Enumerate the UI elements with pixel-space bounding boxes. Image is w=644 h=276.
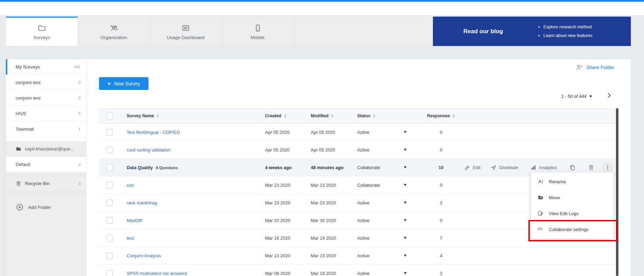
pagination-dropdown[interactable]: 1 - 50 of 444 [561,94,592,99]
row-checkbox[interactable] [106,252,113,259]
column-header-survey-name: Survey Name [127,113,154,118]
status-dropdown-caret[interactable] [404,149,407,151]
tab-label: Usage Dashboard [167,35,205,40]
menu-item-view-edit-logs[interactable]: View Edit Logs [531,205,613,221]
content-area: Share Folder + New Survey 1 - 50 of 444 … [87,59,631,276]
edit-button[interactable]: Edit [464,165,480,171]
plus-icon: + [107,81,111,87]
survey-name-link[interactable]: con [127,183,134,188]
sort-icon[interactable] [331,114,334,118]
menu-item-label: Rename [549,179,566,184]
status-dropdown-caret[interactable] [404,219,407,221]
survey-name-link[interactable]: rank /card/drag [127,200,157,205]
top-header-bar [0,2,644,15]
survey-name-link[interactable]: card sorting validation [127,147,170,153]
column-header-created: Created [265,113,281,118]
status-dropdown-caret[interactable] [404,255,407,257]
sidebar-item-default[interactable]: Default 3 [6,157,86,172]
sidebar-item-label: My Surveys [16,64,40,70]
status-dropdown-caret[interactable] [404,131,407,133]
blog-promo-panel[interactable]: Read our blog Explore research method Le… [433,17,631,46]
survey-name-link[interactable]: Conjoint Analysis [127,253,161,258]
survey-name-link[interactable]: MaxDiff [127,218,142,223]
responses-cell: 0 [421,218,461,223]
table-row: Conjoint Analysis Mar 13 2020 Mar 23 202… [99,247,616,265]
row-checkbox[interactable] [106,164,113,171]
menu-item-label: Collaborate settings [549,227,589,232]
menu-item-label: Move [549,195,560,200]
share-folder-label: Share Folder [586,65,614,70]
distribute-button[interactable]: Distribute [491,165,518,171]
tab-organization[interactable]: Organization [78,17,150,46]
tab-surveys[interactable]: Surveys [6,17,78,46]
modified-cell: 48 minutes ago [311,165,357,170]
status-dropdown-caret[interactable] [404,272,407,274]
sidebar-item-shared-folder[interactable]: kapil.khandekar@que... [6,141,86,157]
select-all-checkbox[interactable] [106,113,113,119]
survey-name-link[interactable]: SPSS multiselect not answerd [127,271,187,276]
add-folder-button[interactable]: Add Folder [6,198,86,216]
sidebar-folder-item[interactable]: Townhall 1 [6,121,86,137]
responses-cell: 7 [421,236,461,241]
survey-name-link[interactable]: Data Quality [127,165,153,170]
menu-item-rename[interactable]: Rename [531,174,613,190]
sort-icon[interactable] [156,114,159,118]
status-dropdown-caret[interactable] [404,166,407,168]
menu-item-collaborate-settings[interactable]: Collaborate settings [531,221,613,237]
tab-usage-dashboard[interactable]: Usage Dashboard [150,17,222,46]
sidebar-item-label: HIVE [16,111,27,116]
status-label: Collaborate [357,183,380,188]
sidebar-item-recycle-bin[interactable]: Recycle Bin 3 [6,176,86,191]
tab-mobile[interactable]: Mobile [222,17,294,46]
handshake-icon [537,226,544,232]
share-folder-button[interactable]: Share Folder [575,64,614,71]
status-label: Active [357,218,369,223]
status-label: Collaborate [357,165,380,170]
table-scrollbar[interactable] [616,108,618,276]
responses-cell: 0 [421,183,461,188]
sidebar-folder-item[interactable]: My Surveys 441 [6,59,86,75]
folder-count: 0 [79,80,81,84]
sidebar-folder-item[interactable]: HIVE 6 [6,106,86,121]
status-label: Active [357,200,369,205]
new-survey-button[interactable]: + New Survey [99,77,148,90]
responses-cell: 2 [421,200,461,205]
row-checkbox[interactable] [106,200,113,206]
row-checkbox[interactable] [106,147,113,153]
status-label: Active [357,130,369,135]
folder-count: 0 [79,96,81,100]
sort-icon[interactable] [284,114,287,118]
row-checkbox[interactable] [106,270,113,276]
status-dropdown-caret[interactable] [404,237,407,239]
row-checkbox[interactable] [106,129,113,136]
status-dropdown-caret[interactable] [404,202,407,204]
modified-cell: Mar 23 2020 [311,200,357,205]
menu-item-move[interactable]: Move [531,190,613,205]
row-checkbox[interactable] [106,235,113,241]
more-options-button[interactable] [602,162,613,173]
plus-circle-icon [16,203,24,211]
blog-bullet: Explore research method [538,24,592,30]
sidebar-item-label: Default [16,162,30,167]
sidebar-folder-item[interactable]: conjoint test 0 [6,75,86,90]
status-dropdown-caret[interactable] [404,184,407,186]
modified-cell: Mar 19 2020 [311,271,357,276]
sidebar-folder-item[interactable]: conjoint test 0 [6,90,86,106]
copy-button[interactable] [569,164,575,171]
primary-tab-bar: Surveys Organization Usage Dashboard Mob… [6,17,631,46]
blog-panel-title[interactable]: Read our blog [463,28,503,35]
row-checkbox[interactable] [106,217,113,224]
modified-cell: Mar 19 2020 [311,236,357,241]
survey-name-link[interactable]: test [127,236,134,241]
sidebar-item-label: conjoint test [16,95,40,101]
sort-icon[interactable] [452,114,455,118]
survey-name-link[interactable]: Test Multilingual - COPIED [127,130,180,135]
sidebar-item-label: Townhall [16,127,34,132]
analytics-button[interactable]: Analytics [530,165,557,171]
row-checkbox[interactable] [106,182,113,188]
sort-icon[interactable] [373,114,375,118]
new-survey-label: New Survey [114,81,140,86]
delete-button[interactable] [588,164,594,171]
next-page-button[interactable] [605,92,613,99]
sidebar: My Surveys 441 conjoint test 0 conjoint … [6,59,87,276]
